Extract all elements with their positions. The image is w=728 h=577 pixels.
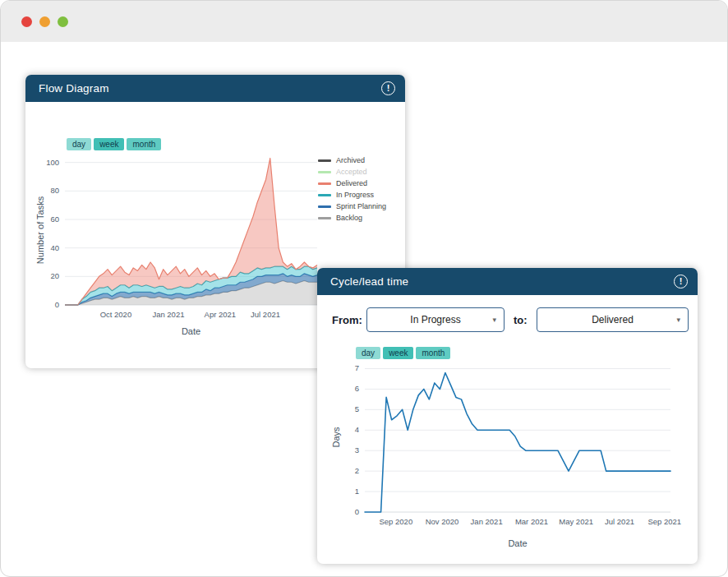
y-tick-label: 80: [50, 186, 59, 195]
legend-item-backlog[interactable]: Backlog: [318, 214, 386, 222]
x-tick-label: Jul 2021: [605, 517, 634, 526]
legend-item-in-progress[interactable]: In Progress: [318, 191, 386, 199]
y-tick-label: 1: [355, 487, 359, 496]
interval-day-button[interactable]: day: [356, 347, 380, 359]
chevron-down-icon: ▾: [492, 316, 496, 324]
zoom-button[interactable]: [58, 16, 68, 27]
legend-item-archived[interactable]: Archived: [318, 156, 386, 164]
from-label: From:: [332, 314, 362, 326]
cycle-interval-toggle: dayweekmonth: [356, 347, 450, 359]
legend-item-sprint-planning[interactable]: Sprint Planning: [318, 202, 386, 210]
x-axis-title: Date: [182, 326, 200, 336]
y-tick-label: 0: [355, 507, 359, 516]
to-status-select[interactable]: Delivered ▾: [537, 307, 689, 332]
cycle-card-header: Cycle/lead time !: [317, 268, 698, 295]
alert-icon[interactable]: !: [381, 81, 395, 95]
app-window: Flow Diagram ! dayweekmonth 020406080100…: [0, 0, 728, 577]
y-tick-label: 7: [355, 363, 359, 372]
x-tick-label: Oct 2020: [100, 310, 132, 319]
legend-label: Backlog: [336, 214, 362, 222]
x-tick-label: May 2021: [559, 517, 593, 526]
legend-label: Delivered: [336, 179, 367, 187]
interval-week-button[interactable]: week: [383, 347, 413, 359]
chevron-down-icon: ▾: [676, 316, 680, 324]
to-status-value: Delivered: [592, 314, 634, 325]
legend-swatch-icon: [318, 171, 331, 173]
legend-item-delivered[interactable]: Delivered: [318, 179, 386, 187]
legend-swatch-icon: [318, 217, 331, 219]
legend-label: Accepted: [336, 168, 367, 176]
y-axis-title: Days: [331, 427, 341, 448]
minimize-button[interactable]: [39, 16, 50, 27]
x-tick-label: Nov 2020: [426, 517, 459, 526]
y-tick-label: 4: [355, 425, 359, 434]
y-axis-title: Number of Tasks: [35, 196, 45, 264]
to-label: to:: [514, 314, 528, 326]
interval-month-button[interactable]: month: [416, 347, 450, 359]
x-tick-label: Jan 2021: [471, 517, 503, 526]
y-tick-label: 3: [355, 445, 359, 455]
x-tick-label: Apr 2021: [205, 310, 237, 319]
x-tick-label: Mar 2021: [515, 517, 548, 526]
x-tick-label: Jul 2021: [251, 310, 280, 319]
alert-icon[interactable]: !: [674, 275, 688, 288]
cycle-lead-time-card: Cycle/lead time ! From: In Progress ▾ to…: [317, 268, 698, 564]
from-status-value: In Progress: [410, 314, 460, 325]
y-tick-label: 6: [355, 384, 359, 393]
flow-card-header: Flow Diagram !: [25, 75, 405, 102]
y-tick-label: 100: [46, 158, 59, 167]
y-tick-label: 2: [355, 466, 359, 475]
legend-swatch-icon: [318, 205, 331, 208]
flow-legend: ArchivedAcceptedDeliveredIn ProgressSpri…: [318, 156, 386, 222]
flow-card-title: Flow Diagram: [39, 82, 109, 95]
legend-swatch-icon: [318, 159, 331, 162]
legend-item-accepted[interactable]: Accepted: [318, 168, 386, 176]
legend-label: In Progress: [336, 191, 374, 199]
close-button[interactable]: [21, 16, 32, 27]
from-status-select[interactable]: In Progress ▾: [366, 307, 505, 332]
x-tick-label: Jan 2021: [152, 310, 184, 319]
cycle-lead-time-chart: 01234567Sep 2020Nov 2020Jan 2021Mar 2021…: [317, 360, 698, 557]
window-titlebar: [1, 1, 727, 42]
y-tick-label: 0: [55, 300, 59, 309]
cycle-card-title: Cycle/lead time: [330, 275, 408, 288]
y-tick-label: 40: [50, 243, 59, 252]
legend-label: Sprint Planning: [336, 202, 386, 210]
y-tick-label: 20: [50, 271, 59, 280]
flow-interval-toggle: dayweekmonth: [67, 138, 161, 150]
interval-week-button[interactable]: week: [94, 138, 124, 150]
y-tick-label: 60: [50, 215, 59, 224]
legend-swatch-icon: [318, 182, 331, 185]
y-tick-label: 5: [355, 404, 359, 413]
x-tick-label: Sep 2020: [380, 517, 413, 526]
interval-month-button[interactable]: month: [127, 138, 161, 150]
legend-swatch-icon: [318, 194, 331, 196]
x-axis-title: Date: [508, 538, 527, 548]
x-tick-label: Sep 2021: [647, 517, 681, 526]
interval-day-button[interactable]: day: [67, 138, 91, 150]
legend-label: Archived: [336, 156, 365, 164]
